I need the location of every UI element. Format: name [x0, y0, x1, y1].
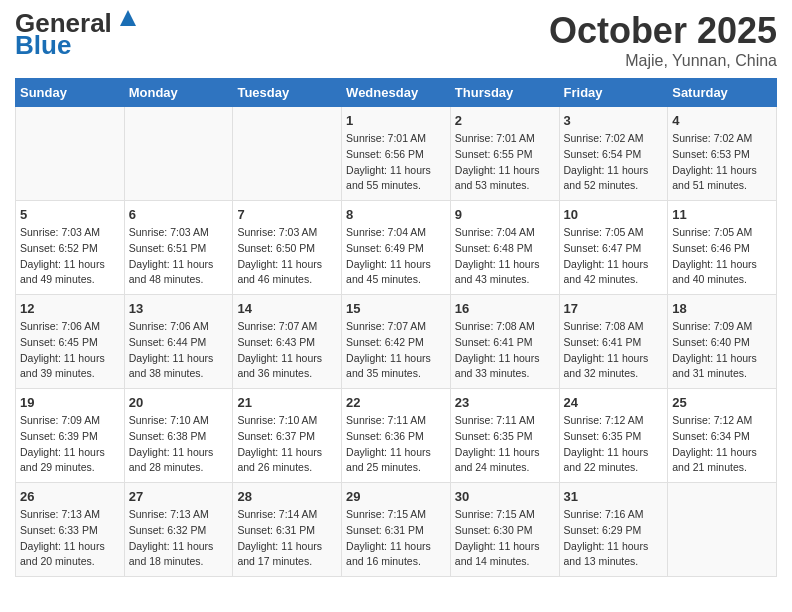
- day-header-sunday: Sunday: [16, 79, 125, 107]
- day-number: 29: [346, 489, 446, 504]
- day-number: 6: [129, 207, 229, 222]
- day-cell: [668, 483, 777, 577]
- day-cell: [233, 107, 342, 201]
- day-header-friday: Friday: [559, 79, 668, 107]
- calendar-table: SundayMondayTuesdayWednesdayThursdayFrid…: [15, 78, 777, 577]
- day-header-monday: Monday: [124, 79, 233, 107]
- day-number: 23: [455, 395, 555, 410]
- day-number: 10: [564, 207, 664, 222]
- day-cell: 31Sunrise: 7:16 AM Sunset: 6:29 PM Dayli…: [559, 483, 668, 577]
- day-cell: 30Sunrise: 7:15 AM Sunset: 6:30 PM Dayli…: [450, 483, 559, 577]
- day-number: 9: [455, 207, 555, 222]
- day-cell: 21Sunrise: 7:10 AM Sunset: 6:37 PM Dayli…: [233, 389, 342, 483]
- logo-icon: [116, 8, 138, 30]
- day-number: 7: [237, 207, 337, 222]
- day-info: Sunrise: 7:06 AM Sunset: 6:45 PM Dayligh…: [20, 319, 120, 382]
- day-info: Sunrise: 7:15 AM Sunset: 6:31 PM Dayligh…: [346, 507, 446, 570]
- day-info: Sunrise: 7:10 AM Sunset: 6:37 PM Dayligh…: [237, 413, 337, 476]
- day-cell: 13Sunrise: 7:06 AM Sunset: 6:44 PM Dayli…: [124, 295, 233, 389]
- day-number: 30: [455, 489, 555, 504]
- day-cell: 12Sunrise: 7:06 AM Sunset: 6:45 PM Dayli…: [16, 295, 125, 389]
- day-cell: 23Sunrise: 7:11 AM Sunset: 6:35 PM Dayli…: [450, 389, 559, 483]
- svg-marker-0: [120, 10, 136, 26]
- day-info: Sunrise: 7:03 AM Sunset: 6:50 PM Dayligh…: [237, 225, 337, 288]
- week-row-2: 12Sunrise: 7:06 AM Sunset: 6:45 PM Dayli…: [16, 295, 777, 389]
- day-number: 27: [129, 489, 229, 504]
- day-cell: 4Sunrise: 7:02 AM Sunset: 6:53 PM Daylig…: [668, 107, 777, 201]
- days-header-row: SundayMondayTuesdayWednesdayThursdayFrid…: [16, 79, 777, 107]
- day-cell: 19Sunrise: 7:09 AM Sunset: 6:39 PM Dayli…: [16, 389, 125, 483]
- day-number: 17: [564, 301, 664, 316]
- day-number: 11: [672, 207, 772, 222]
- week-row-0: 1Sunrise: 7:01 AM Sunset: 6:56 PM Daylig…: [16, 107, 777, 201]
- day-number: 25: [672, 395, 772, 410]
- day-info: Sunrise: 7:09 AM Sunset: 6:39 PM Dayligh…: [20, 413, 120, 476]
- day-number: 14: [237, 301, 337, 316]
- day-cell: 3Sunrise: 7:02 AM Sunset: 6:54 PM Daylig…: [559, 107, 668, 201]
- day-cell: 18Sunrise: 7:09 AM Sunset: 6:40 PM Dayli…: [668, 295, 777, 389]
- day-cell: 8Sunrise: 7:04 AM Sunset: 6:49 PM Daylig…: [342, 201, 451, 295]
- day-info: Sunrise: 7:05 AM Sunset: 6:46 PM Dayligh…: [672, 225, 772, 288]
- day-cell: [16, 107, 125, 201]
- day-info: Sunrise: 7:08 AM Sunset: 6:41 PM Dayligh…: [455, 319, 555, 382]
- day-cell: 28Sunrise: 7:14 AM Sunset: 6:31 PM Dayli…: [233, 483, 342, 577]
- day-header-tuesday: Tuesday: [233, 79, 342, 107]
- day-cell: 1Sunrise: 7:01 AM Sunset: 6:56 PM Daylig…: [342, 107, 451, 201]
- day-header-wednesday: Wednesday: [342, 79, 451, 107]
- day-number: 16: [455, 301, 555, 316]
- day-number: 4: [672, 113, 772, 128]
- day-cell: 27Sunrise: 7:13 AM Sunset: 6:32 PM Dayli…: [124, 483, 233, 577]
- day-info: Sunrise: 7:11 AM Sunset: 6:35 PM Dayligh…: [455, 413, 555, 476]
- day-info: Sunrise: 7:16 AM Sunset: 6:29 PM Dayligh…: [564, 507, 664, 570]
- day-cell: 17Sunrise: 7:08 AM Sunset: 6:41 PM Dayli…: [559, 295, 668, 389]
- day-info: Sunrise: 7:10 AM Sunset: 6:38 PM Dayligh…: [129, 413, 229, 476]
- day-info: Sunrise: 7:15 AM Sunset: 6:30 PM Dayligh…: [455, 507, 555, 570]
- day-cell: 26Sunrise: 7:13 AM Sunset: 6:33 PM Dayli…: [16, 483, 125, 577]
- day-number: 5: [20, 207, 120, 222]
- day-header-thursday: Thursday: [450, 79, 559, 107]
- day-cell: 14Sunrise: 7:07 AM Sunset: 6:43 PM Dayli…: [233, 295, 342, 389]
- day-cell: 22Sunrise: 7:11 AM Sunset: 6:36 PM Dayli…: [342, 389, 451, 483]
- day-cell: 24Sunrise: 7:12 AM Sunset: 6:35 PM Dayli…: [559, 389, 668, 483]
- day-info: Sunrise: 7:07 AM Sunset: 6:43 PM Dayligh…: [237, 319, 337, 382]
- day-number: 31: [564, 489, 664, 504]
- day-cell: 29Sunrise: 7:15 AM Sunset: 6:31 PM Dayli…: [342, 483, 451, 577]
- day-number: 15: [346, 301, 446, 316]
- week-row-1: 5Sunrise: 7:03 AM Sunset: 6:52 PM Daylig…: [16, 201, 777, 295]
- day-number: 24: [564, 395, 664, 410]
- day-info: Sunrise: 7:03 AM Sunset: 6:52 PM Dayligh…: [20, 225, 120, 288]
- day-info: Sunrise: 7:13 AM Sunset: 6:32 PM Dayligh…: [129, 507, 229, 570]
- month-title: October 2025: [549, 10, 777, 52]
- day-info: Sunrise: 7:05 AM Sunset: 6:47 PM Dayligh…: [564, 225, 664, 288]
- title-block: October 2025 Majie, Yunnan, China: [549, 10, 777, 70]
- day-info: Sunrise: 7:04 AM Sunset: 6:49 PM Dayligh…: [346, 225, 446, 288]
- day-header-saturday: Saturday: [668, 79, 777, 107]
- day-number: 12: [20, 301, 120, 316]
- day-number: 22: [346, 395, 446, 410]
- week-row-3: 19Sunrise: 7:09 AM Sunset: 6:39 PM Dayli…: [16, 389, 777, 483]
- logo: General Blue: [15, 10, 138, 58]
- day-cell: 6Sunrise: 7:03 AM Sunset: 6:51 PM Daylig…: [124, 201, 233, 295]
- location: Majie, Yunnan, China: [549, 52, 777, 70]
- day-number: 8: [346, 207, 446, 222]
- day-cell: 5Sunrise: 7:03 AM Sunset: 6:52 PM Daylig…: [16, 201, 125, 295]
- day-number: 13: [129, 301, 229, 316]
- day-cell: 16Sunrise: 7:08 AM Sunset: 6:41 PM Dayli…: [450, 295, 559, 389]
- day-info: Sunrise: 7:02 AM Sunset: 6:53 PM Dayligh…: [672, 131, 772, 194]
- week-row-4: 26Sunrise: 7:13 AM Sunset: 6:33 PM Dayli…: [16, 483, 777, 577]
- day-number: 28: [237, 489, 337, 504]
- day-number: 1: [346, 113, 446, 128]
- day-number: 19: [20, 395, 120, 410]
- day-info: Sunrise: 7:13 AM Sunset: 6:33 PM Dayligh…: [20, 507, 120, 570]
- day-info: Sunrise: 7:06 AM Sunset: 6:44 PM Dayligh…: [129, 319, 229, 382]
- day-info: Sunrise: 7:08 AM Sunset: 6:41 PM Dayligh…: [564, 319, 664, 382]
- day-info: Sunrise: 7:12 AM Sunset: 6:35 PM Dayligh…: [564, 413, 664, 476]
- day-info: Sunrise: 7:14 AM Sunset: 6:31 PM Dayligh…: [237, 507, 337, 570]
- day-cell: [124, 107, 233, 201]
- day-number: 3: [564, 113, 664, 128]
- calendar-container: General Blue October 2025 Majie, Yunnan,…: [0, 0, 792, 587]
- day-info: Sunrise: 7:12 AM Sunset: 6:34 PM Dayligh…: [672, 413, 772, 476]
- logo-blue: Blue: [15, 32, 71, 58]
- day-cell: 11Sunrise: 7:05 AM Sunset: 6:46 PM Dayli…: [668, 201, 777, 295]
- day-info: Sunrise: 7:03 AM Sunset: 6:51 PM Dayligh…: [129, 225, 229, 288]
